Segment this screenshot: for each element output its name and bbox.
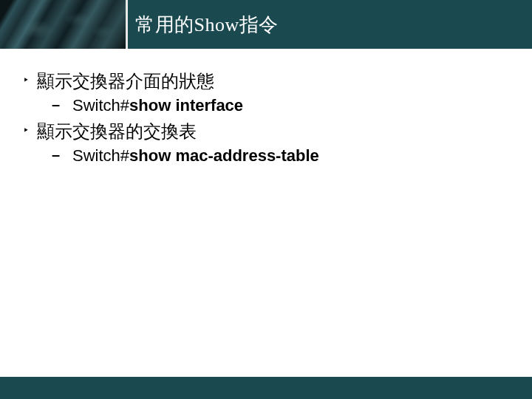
list-item: ‣ 顯示交換器介面的狀態 [15, 69, 517, 93]
title-bar: 常用的Show指令 [0, 0, 532, 49]
dash-icon: – [52, 146, 72, 163]
slide-content: ‣ 顯示交換器介面的狀態 – Switch#show interface ‣ 顯… [0, 49, 532, 166]
command-bold: show mac-address-table [129, 146, 319, 165]
dash-icon: – [52, 96, 72, 113]
slide-title: 常用的Show指令 [128, 12, 279, 38]
sub-list-item: – Switch#show interface [15, 96, 517, 115]
sub-list-item: – Switch#show mac-address-table [15, 146, 517, 166]
bullet-heading: 顯示交換器的交換表 [37, 120, 197, 143]
list-item: ‣ 顯示交換器的交換表 [15, 120, 517, 143]
bullet-arrow-icon: ‣ [15, 69, 37, 86]
title-decorative-image [0, 0, 126, 49]
command-text: Switch#show interface [72, 96, 243, 115]
command-bold: show interface [129, 96, 243, 115]
bullet-arrow-icon: ‣ [15, 120, 37, 136]
command-prompt: Switch# [72, 146, 129, 165]
command-prompt: Switch# [72, 96, 129, 115]
command-text: Switch#show mac-address-table [72, 146, 319, 166]
footer-bar [0, 377, 532, 399]
bullet-heading: 顯示交換器介面的狀態 [37, 69, 214, 93]
